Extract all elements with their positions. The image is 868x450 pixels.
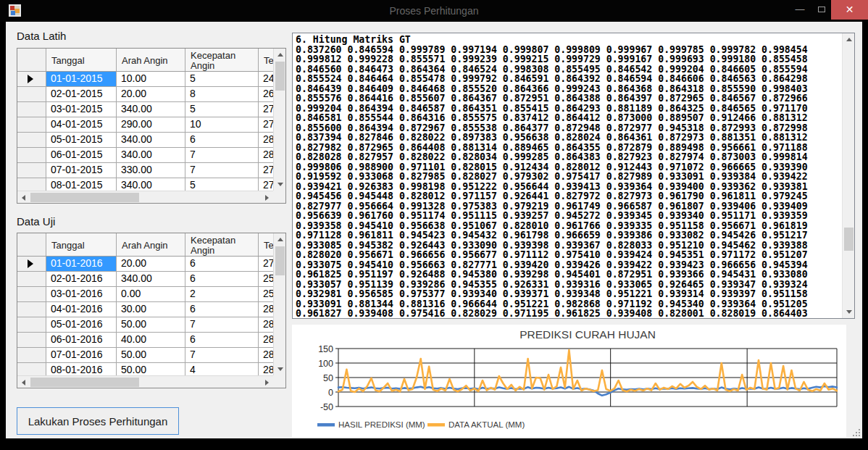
- grid-horizontal-scrollbar[interactable]: [17, 191, 273, 203]
- row-selector-header[interactable]: [17, 233, 46, 256]
- row-selector[interactable]: [17, 102, 46, 117]
- table-cell[interactable]: 01-01-2015: [46, 72, 117, 86]
- table-row[interactable]: 03-01-2015340.00527: [17, 102, 273, 117]
- table-cell[interactable]: 27: [259, 102, 273, 117]
- table-cell[interactable]: 08-01-2015: [46, 178, 117, 191]
- grid-vertical-scrollbar[interactable]: [273, 233, 285, 375]
- scroll-up-button[interactable]: [843, 33, 855, 46]
- data-latih-grid[interactable]: TanggalArah AnginKecepatan AnginTe01-01-…: [17, 48, 286, 204]
- row-selector[interactable]: [17, 363, 46, 375]
- row-selector[interactable]: [17, 133, 46, 147]
- table-row[interactable]: 02-01-2016340.00625: [17, 272, 273, 287]
- table-cell[interactable]: 6: [185, 333, 259, 347]
- table-cell[interactable]: 340.00: [117, 102, 185, 117]
- table-cell[interactable]: 330.00: [117, 163, 185, 178]
- scroll-up-button[interactable]: [274, 49, 286, 61]
- table-cell[interactable]: 6: [185, 133, 259, 147]
- data-uji-grid[interactable]: TanggalArah AnginKecepatan AnginTe01-01-…: [17, 233, 286, 388]
- row-selector[interactable]: [17, 257, 46, 271]
- table-cell[interactable]: 340.00: [117, 178, 185, 191]
- table-cell[interactable]: 6: [185, 257, 259, 271]
- row-selector[interactable]: [17, 302, 46, 317]
- row-selector[interactable]: [17, 348, 46, 362]
- table-row[interactable]: 07-01-2015330.00727: [17, 163, 273, 178]
- scrollbar-thumb[interactable]: [844, 228, 854, 251]
- scrollbar-thumb[interactable]: [30, 193, 139, 202]
- table-cell[interactable]: 340.00: [117, 148, 185, 162]
- table-cell[interactable]: 20.00: [117, 257, 185, 271]
- table-cell[interactable]: 24: [259, 72, 273, 86]
- table-cell[interactable]: 10.00: [117, 72, 185, 86]
- scroll-up-button[interactable]: [274, 233, 286, 246]
- table-row[interactable]: 01-01-201620.00627: [17, 257, 273, 272]
- scroll-right-button[interactable]: [261, 376, 273, 388]
- table-cell[interactable]: 06-01-2016: [46, 333, 117, 347]
- column-header[interactable]: Te: [259, 49, 273, 71]
- output-vertical-scrollbar[interactable]: [842, 33, 854, 318]
- table-cell[interactable]: 27: [259, 178, 273, 191]
- column-header[interactable]: Arah Angin: [117, 233, 185, 256]
- column-header[interactable]: Te: [259, 233, 273, 256]
- row-selector[interactable]: [17, 178, 46, 191]
- table-cell[interactable]: 04-01-2016: [46, 302, 117, 317]
- table-cell[interactable]: 5: [185, 72, 259, 86]
- table-row[interactable]: 08-01-2015340.00527: [17, 178, 273, 191]
- row-selector[interactable]: [17, 287, 46, 301]
- table-cell[interactable]: 5: [185, 178, 259, 191]
- table-cell[interactable]: 28: [259, 317, 273, 332]
- row-selector-header[interactable]: [17, 49, 46, 71]
- row-selector[interactable]: [17, 272, 46, 286]
- table-cell[interactable]: 50.00: [117, 348, 185, 362]
- table-cell[interactable]: 0.00: [117, 287, 185, 301]
- table-cell[interactable]: 07-01-2015: [46, 163, 117, 178]
- table-cell[interactable]: 07-01-2016: [46, 348, 117, 362]
- table-cell[interactable]: 7: [185, 163, 259, 178]
- row-selector[interactable]: [17, 317, 46, 332]
- table-cell[interactable]: 8: [185, 87, 259, 101]
- maximize-button[interactable]: [811, 0, 832, 20]
- table-cell[interactable]: 28: [259, 333, 273, 347]
- table-cell[interactable]: 27: [259, 257, 273, 271]
- column-header[interactable]: Kecepatan Angin: [185, 49, 259, 71]
- table-cell[interactable]: 7: [185, 348, 259, 362]
- table-cell[interactable]: 2: [185, 287, 259, 301]
- scrollbar-thumb[interactable]: [275, 246, 285, 275]
- table-cell[interactable]: 28: [259, 133, 273, 147]
- column-header[interactable]: Arah Angin: [117, 49, 185, 71]
- column-header[interactable]: Kecepatan Angin: [185, 233, 259, 256]
- table-cell[interactable]: 01-01-2016: [46, 257, 117, 271]
- table-row[interactable]: 01-01-201510.00524: [17, 72, 273, 87]
- table-cell[interactable]: 02-01-2016: [46, 272, 117, 286]
- scroll-down-button[interactable]: [274, 178, 286, 191]
- table-cell[interactable]: 20.00: [117, 87, 185, 101]
- row-selector[interactable]: [17, 163, 46, 178]
- table-cell[interactable]: 40.00: [117, 333, 185, 347]
- table-cell[interactable]: 7: [185, 317, 259, 332]
- resize-grip[interactable]: [851, 428, 860, 436]
- table-cell[interactable]: 50.00: [117, 363, 185, 375]
- scroll-down-button[interactable]: [274, 363, 286, 375]
- minimize-button[interactable]: —: [790, 0, 810, 20]
- table-cell[interactable]: 50.00: [117, 317, 185, 332]
- calc-button[interactable]: Lakukan Proses Perhitungan: [17, 407, 179, 435]
- table-cell[interactable]: 340.00: [117, 133, 185, 147]
- table-cell[interactable]: 25: [259, 272, 273, 286]
- table-cell[interactable]: 6: [185, 302, 259, 317]
- table-cell[interactable]: 27: [259, 117, 273, 132]
- table-cell[interactable]: 5: [185, 102, 259, 117]
- table-row[interactable]: 06-01-201640.00628: [17, 333, 273, 348]
- table-cell[interactable]: 28: [259, 363, 273, 375]
- table-cell[interactable]: 7: [185, 148, 259, 162]
- table-row[interactable]: 04-01-201630.00628: [17, 302, 273, 317]
- table-cell[interactable]: 10: [185, 117, 259, 132]
- table-cell[interactable]: 25: [259, 287, 273, 301]
- table-row[interactable]: 07-01-201650.00728: [17, 348, 273, 363]
- table-cell[interactable]: 4: [185, 363, 259, 375]
- table-cell[interactable]: 06-01-2015: [46, 148, 117, 162]
- table-cell[interactable]: 08-01-2016: [46, 363, 117, 375]
- row-selector[interactable]: [17, 117, 46, 132]
- table-row[interactable]: 02-01-201520.00826: [17, 87, 273, 102]
- column-header[interactable]: Tanggal: [46, 49, 117, 71]
- scrollbar-thumb[interactable]: [30, 378, 139, 387]
- table-cell[interactable]: 28: [259, 348, 273, 362]
